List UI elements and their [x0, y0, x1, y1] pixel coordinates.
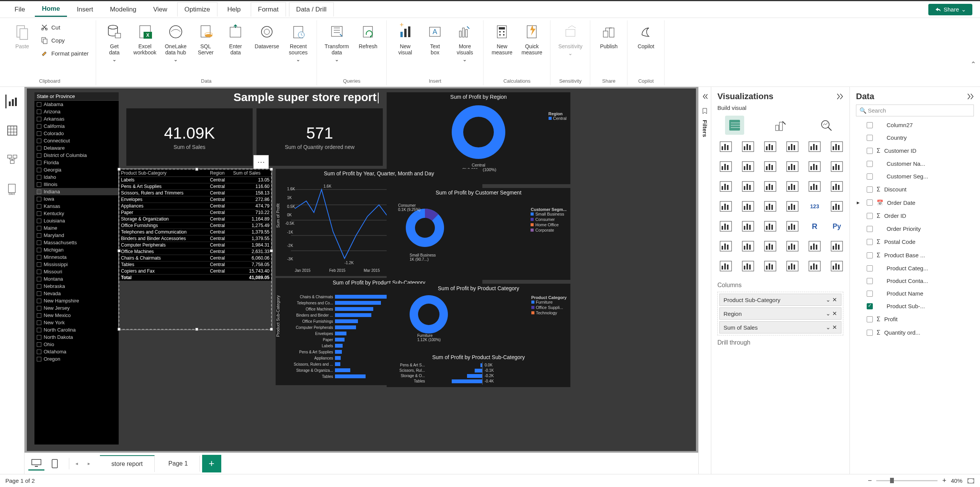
viz-type-icon[interactable] — [717, 199, 734, 214]
field-pill[interactable]: Product Sub-Category⌄ ✕ — [719, 294, 841, 306]
format-painter-button[interactable]: Format painter — [38, 48, 91, 59]
field-row[interactable]: ΣCustomer ID — [856, 145, 974, 156]
dataverse-button[interactable]: Dataverse — [252, 20, 282, 70]
slicer-item[interactable]: Idaho — [34, 173, 119, 181]
slicer-item[interactable]: Maryland — [34, 232, 119, 239]
slicer-item[interactable]: Louisiana — [34, 217, 119, 224]
slicer-list[interactable]: AlabamaArizonaArkansasCaliforniaColorado… — [34, 101, 119, 445]
viz-type-icon[interactable] — [762, 159, 779, 174]
viz-type-icon[interactable] — [806, 159, 823, 174]
paste-button[interactable]: Paste — [8, 20, 36, 70]
slicer-item[interactable]: District of Columbia — [34, 152, 119, 159]
slicer-item[interactable]: Massachusetts — [34, 239, 119, 246]
viz-type-icon[interactable] — [762, 239, 779, 253]
sensitivity-button[interactable]: Sensitivity⌄ — [555, 20, 585, 70]
slicer-item[interactable]: Maine — [34, 224, 119, 232]
viz-type-icon[interactable] — [762, 259, 779, 273]
expand-left-icon[interactable] — [701, 93, 708, 100]
field-row[interactable]: Product Name — [856, 289, 974, 298]
menu-view[interactable]: View — [146, 3, 174, 16]
slicer-item[interactable]: Michigan — [34, 246, 119, 253]
viz-type-icon[interactable] — [828, 159, 845, 174]
viz-type-icon[interactable] — [717, 219, 734, 234]
copy-button[interactable]: Copy — [38, 35, 91, 46]
slicer-item[interactable]: Missouri — [34, 268, 119, 275]
desktop-layout-icon[interactable] — [28, 457, 44, 471]
tab-prev-icon[interactable]: ◂ — [75, 461, 85, 466]
field-row[interactable]: Country — [856, 133, 974, 142]
viz-type-icon[interactable] — [762, 199, 779, 214]
filters-pane[interactable]: Filters — [698, 87, 711, 474]
menu-modeling[interactable]: Modeling — [103, 3, 143, 16]
text-box-button[interactable]: AText box — [421, 20, 449, 70]
viz-type-icon[interactable] — [784, 159, 801, 174]
viz-type-icon[interactable] — [806, 239, 823, 253]
bookmark-icon[interactable] — [701, 108, 708, 114]
slicer-item[interactable]: Ohio — [34, 341, 119, 348]
slicer-item[interactable]: Connecticut — [34, 137, 119, 144]
slicer-item[interactable]: Mississippi — [34, 261, 119, 268]
slicer-item[interactable]: Kansas — [34, 203, 119, 210]
card-sum-sales[interactable]: 41.09K Sum of Sales — [126, 108, 253, 166]
viz-type-icon[interactable] — [784, 239, 801, 253]
card-sum-qty[interactable]: 571 Sum of Quantity ordered new — [256, 108, 383, 166]
viz-type-icon[interactable] — [740, 219, 756, 234]
viz-type-icon[interactable] — [828, 179, 845, 194]
format-tab[interactable] — [771, 116, 790, 135]
zoom-in-button[interactable]: + — [942, 477, 946, 485]
viz-type-icon[interactable] — [762, 179, 779, 194]
new-measure-button[interactable]: New measure — [488, 20, 516, 70]
slicer-item[interactable]: New Jersey — [34, 304, 119, 312]
slicer-item[interactable]: Kentucky — [34, 210, 119, 217]
collapse-right-icon[interactable] — [836, 93, 843, 100]
viz-type-icon[interactable] — [717, 139, 734, 154]
field-row[interactable]: Product Sub-... — [856, 301, 974, 311]
slicer-item[interactable]: Nebraska — [34, 283, 119, 290]
viz-type-icon[interactable] — [740, 259, 756, 273]
viz-type-icon[interactable] — [784, 219, 801, 234]
field-row[interactable]: Product Categ... — [856, 263, 974, 273]
slicer-item[interactable]: Illinois — [34, 181, 119, 188]
slicer-item[interactable]: Iowa — [34, 195, 119, 203]
get-data-button[interactable]: Get data⌄ — [101, 20, 128, 70]
field-pill[interactable]: Sum of Sales⌄ ✕ — [719, 321, 841, 333]
field-row[interactable]: Customer Seg... — [856, 172, 974, 181]
tab-store-report[interactable]: store report — [100, 455, 155, 472]
collapse-ribbon-icon[interactable]: ⌃ — [970, 60, 976, 69]
search-input[interactable]: Search — [856, 105, 974, 116]
viz-type-icon[interactable] — [740, 199, 756, 214]
menu-home[interactable]: Home — [35, 2, 67, 17]
slicer-item[interactable]: Alabama — [34, 101, 119, 108]
viz-type-icon[interactable] — [784, 179, 801, 194]
slicer-item[interactable]: California — [34, 123, 119, 130]
state-slicer[interactable]: State or Province AlabamaArizonaArkansas… — [34, 92, 119, 445]
slicer-item[interactable]: New Hampshire — [34, 297, 119, 304]
menu-data-drill[interactable]: Data / Drill — [289, 2, 334, 16]
slicer-item[interactable]: New Mexico — [34, 312, 119, 319]
more-visuals-button[interactable]: More visuals⌄ — [451, 20, 479, 70]
slicer-item[interactable]: Oregon — [34, 355, 119, 363]
field-row[interactable]: Product Conta... — [856, 276, 974, 286]
enter-data-button[interactable]: Enter data — [222, 20, 249, 70]
model-view-icon[interactable] — [5, 153, 19, 167]
viz-type-icon[interactable] — [762, 219, 779, 234]
viz-type-icon[interactable] — [717, 159, 734, 174]
slicer-item[interactable]: Minnesota — [34, 253, 119, 261]
viz-type-icon[interactable] — [740, 139, 756, 154]
onelake-button[interactable]: OneLake data hub⌄ — [162, 20, 189, 70]
fit-page-icon[interactable] — [967, 477, 975, 485]
slicer-item[interactable]: North Carolina — [34, 326, 119, 333]
field-row[interactable]: ΣProduct Base ... — [856, 250, 974, 260]
refresh-button[interactable]: Refresh — [354, 20, 382, 70]
field-row[interactable]: ΣOrder ID — [856, 211, 974, 221]
excel-button[interactable]: XExcel workbook — [131, 20, 160, 70]
slicer-item[interactable]: Montana — [34, 275, 119, 283]
field-row[interactable]: Customer Na... — [856, 159, 974, 168]
slicer-item[interactable]: Nevada — [34, 290, 119, 297]
slicer-item[interactable]: Florida — [34, 159, 119, 166]
slicer-item[interactable]: Colorado — [34, 130, 119, 137]
table-visual[interactable]: ⋯ Product Sub-CategoryRegionSum of Sales… — [119, 169, 272, 330]
slicer-item[interactable]: Delaware — [34, 144, 119, 152]
viz-type-icon[interactable] — [717, 179, 734, 194]
dax-view-icon[interactable]: DAX — [5, 182, 19, 196]
